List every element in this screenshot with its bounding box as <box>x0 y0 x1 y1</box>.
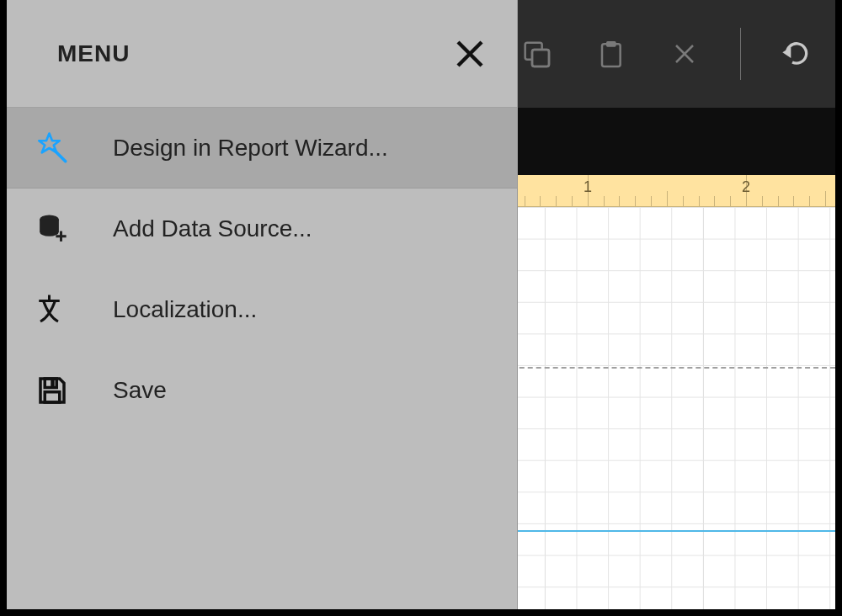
menu-list: Design in Report Wizard... Add Data Sour… <box>7 108 517 609</box>
svg-rect-17 <box>51 379 54 388</box>
undo-button[interactable] <box>778 35 815 72</box>
localization-icon <box>32 289 72 330</box>
svg-rect-18 <box>45 392 60 402</box>
menu-item-design-wizard[interactable]: Design in Report Wizard... <box>7 108 517 189</box>
toolbar-divider <box>740 28 741 80</box>
menu-title: MENU <box>57 40 130 67</box>
close-button[interactable] <box>451 35 488 72</box>
menu-item-label: Design in Report Wizard... <box>113 135 388 162</box>
x-icon <box>668 37 701 71</box>
svg-rect-4 <box>606 41 616 47</box>
ruler-mark: 2 <box>742 178 750 196</box>
undo-icon <box>780 37 813 71</box>
menu-item-localization[interactable]: Localization... <box>7 269 517 350</box>
paste-icon <box>594 37 627 71</box>
svg-rect-1 <box>532 50 549 66</box>
svg-rect-3 <box>602 44 621 66</box>
paste-button[interactable] <box>592 35 629 72</box>
wizard-star-icon <box>32 128 72 168</box>
delete-button[interactable] <box>666 35 703 72</box>
close-icon <box>451 35 488 72</box>
data-source-icon <box>32 209 72 249</box>
save-icon <box>32 370 72 411</box>
menu-item-save[interactable]: Save <box>7 350 517 431</box>
menu-item-label: Save <box>113 377 167 404</box>
copy-button[interactable] <box>518 35 555 72</box>
menu-item-label: Add Data Source... <box>113 215 312 242</box>
ruler-mark: 1 <box>584 178 592 196</box>
menu-item-label: Localization... <box>113 296 257 323</box>
main-menu-panel: MENU Design in Report Wizard... <box>7 0 518 609</box>
menu-item-add-data-source[interactable]: Add Data Source... <box>7 189 517 269</box>
menu-header: MENU <box>7 0 517 108</box>
copy-icon <box>520 37 553 71</box>
svg-line-10 <box>54 149 66 161</box>
